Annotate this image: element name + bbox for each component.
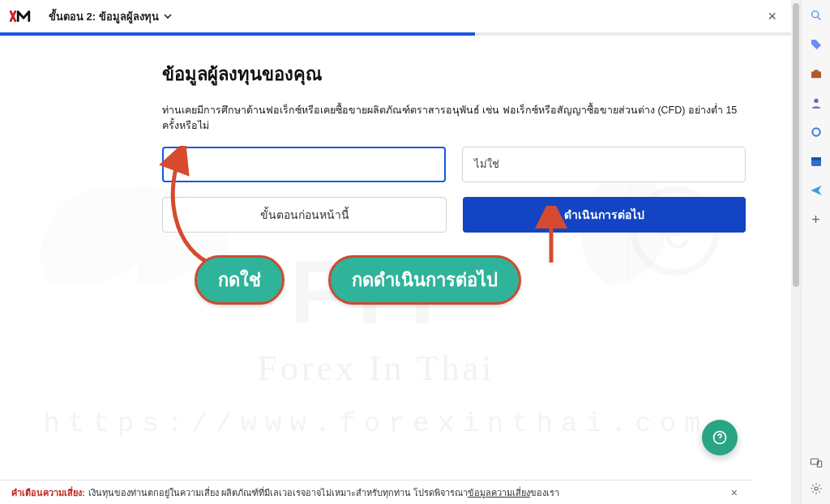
user-icon[interactable] bbox=[809, 96, 824, 110]
close-button[interactable]: × bbox=[763, 5, 781, 28]
option-yes-label: ใช่ bbox=[174, 156, 186, 173]
svg-rect-2 bbox=[811, 71, 821, 78]
svg-point-4 bbox=[814, 99, 818, 103]
xm-logo bbox=[10, 9, 37, 23]
tag-icon[interactable] bbox=[809, 37, 824, 52]
briefcase-icon[interactable] bbox=[809, 66, 824, 81]
option-no[interactable]: ไม่ใช่ bbox=[462, 147, 746, 182]
risk-warning-bar: คำเตือนความเสี่ยง: เงินทุนของท่านตกอยู่ใ… bbox=[0, 480, 752, 504]
prev-step-button[interactable]: ขั้นตอนก่อนหน้านี้ bbox=[162, 197, 447, 233]
scrollbar-track[interactable] bbox=[791, 0, 801, 504]
svg-point-12 bbox=[720, 441, 721, 442]
svg-point-0 bbox=[811, 11, 818, 18]
modal-header: ขั้นตอน 2: ข้อมูลผู้ลงทุน × bbox=[0, 0, 791, 32]
risk-close-button[interactable]: × bbox=[728, 485, 741, 501]
help-chat-button[interactable] bbox=[702, 420, 738, 455]
svg-point-10 bbox=[815, 487, 818, 490]
devices-icon[interactable] bbox=[809, 455, 824, 470]
help-icon bbox=[712, 429, 728, 446]
step-dropdown[interactable]: ขั้นตอน 2: ข้อมูลผู้ลงทุน bbox=[49, 8, 172, 25]
page-title: ข้อมูลผู้ลงทุนของคุณ bbox=[162, 60, 746, 88]
risk-text-b: ของเรา bbox=[530, 485, 559, 500]
circle-icon[interactable] bbox=[809, 125, 824, 139]
next-step-button[interactable]: ดำเนินการต่อไป bbox=[463, 197, 746, 233]
send-icon[interactable] bbox=[809, 183, 824, 198]
plus-icon[interactable]: + bbox=[809, 212, 824, 227]
svg-rect-3 bbox=[814, 70, 818, 72]
svg-point-5 bbox=[812, 128, 819, 135]
svg-line-1 bbox=[818, 17, 820, 19]
scrollbar-thumb[interactable] bbox=[793, 3, 799, 287]
prev-step-label: ขั้นตอนก่อนหน้านี้ bbox=[260, 206, 349, 224]
risk-text-a: เงินทุนของท่านตกอยู่ในความเสี่ยง ผลิตภัณ… bbox=[88, 485, 468, 500]
step-label-text: ขั้นตอน 2: ข้อมูลผู้ลงทุน bbox=[49, 8, 159, 25]
risk-link[interactable]: ข้อมูลความเสี่ยง bbox=[468, 485, 530, 500]
next-step-label: ดำเนินการต่อไป bbox=[564, 206, 644, 224]
calendar-icon[interactable] bbox=[809, 154, 824, 169]
chevron-down-icon bbox=[164, 11, 172, 23]
option-yes[interactable]: ใช่ bbox=[162, 147, 446, 182]
svg-rect-7 bbox=[811, 157, 821, 160]
search-icon[interactable] bbox=[809, 8, 824, 23]
option-no-label: ไม่ใช่ bbox=[474, 156, 499, 173]
question-text: ท่านเคยมีการศึกษาด้านฟอเร็กซ์หรือเคยซื้อ… bbox=[162, 103, 746, 134]
settings-icon[interactable] bbox=[809, 481, 824, 496]
risk-label: คำเตือนความเสี่ยง: bbox=[11, 485, 85, 500]
browser-side-toolbar: + bbox=[801, 0, 830, 504]
